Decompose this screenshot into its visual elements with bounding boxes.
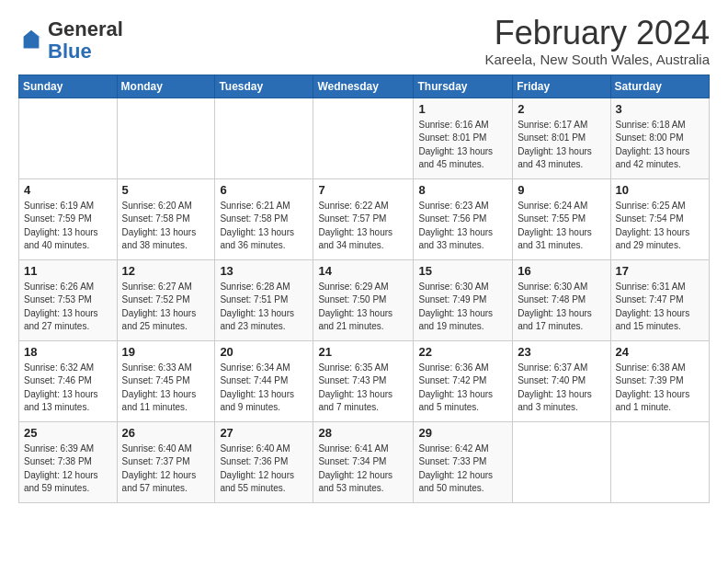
calendar-cell: 16Sunrise: 6:30 AMSunset: 7:48 PMDayligh… [513, 259, 610, 340]
day-info: Sunrise: 6:24 AMSunset: 7:55 PMDaylight:… [518, 200, 605, 253]
day-number: 26 [122, 426, 210, 440]
day-header-saturday: Saturday [610, 75, 709, 98]
header: General Blue February 2024 Kareela, New … [18, 15, 710, 67]
calendar-cell: 25Sunrise: 6:39 AMSunset: 7:38 PMDayligh… [19, 421, 118, 502]
day-number: 17 [616, 264, 704, 278]
day-number: 6 [220, 183, 308, 197]
calendar-cell: 19Sunrise: 6:33 AMSunset: 7:45 PMDayligh… [117, 340, 215, 421]
day-info: Sunrise: 6:42 AMSunset: 7:33 PMDaylight:… [418, 442, 507, 496]
day-info: Sunrise: 6:18 AMSunset: 8:00 PMDaylight:… [616, 119, 704, 172]
calendar-cell: 24Sunrise: 6:38 AMSunset: 7:39 PMDayligh… [610, 340, 709, 421]
day-number: 13 [220, 264, 308, 278]
day-info: Sunrise: 6:30 AMSunset: 7:48 PMDaylight:… [518, 281, 605, 334]
day-number: 29 [418, 426, 507, 440]
week-row-3: 18Sunrise: 6:32 AMSunset: 7:46 PMDayligh… [19, 340, 710, 421]
day-number: 12 [122, 264, 210, 278]
calendar-cell [19, 98, 118, 178]
calendar: SundayMondayTuesdayWednesdayThursdayFrid… [18, 75, 710, 503]
day-number: 27 [220, 426, 308, 440]
day-number: 5 [122, 183, 210, 197]
day-info: Sunrise: 6:41 AMSunset: 7:34 PMDaylight:… [318, 442, 408, 496]
day-info: Sunrise: 6:23 AMSunset: 7:56 PMDaylight:… [418, 200, 507, 253]
day-number: 19 [122, 345, 210, 359]
day-number: 11 [24, 264, 112, 278]
title-area: February 2024 Kareela, New South Wales, … [484, 15, 710, 67]
day-number: 2 [518, 102, 605, 116]
day-info: Sunrise: 6:17 AMSunset: 8:01 PMDaylight:… [518, 119, 605, 172]
calendar-body: 1Sunrise: 6:16 AMSunset: 8:01 PMDaylight… [19, 98, 710, 502]
month-title: February 2024 [484, 15, 710, 52]
calendar-header: SundayMondayTuesdayWednesdayThursdayFrid… [19, 75, 710, 98]
day-info: Sunrise: 6:20 AMSunset: 7:58 PMDaylight:… [122, 200, 210, 253]
day-number: 28 [318, 426, 408, 440]
day-number: 10 [616, 183, 704, 197]
day-info: Sunrise: 6:31 AMSunset: 7:47 PMDaylight:… [616, 281, 704, 334]
calendar-cell: 12Sunrise: 6:27 AMSunset: 7:52 PMDayligh… [117, 259, 215, 340]
day-info: Sunrise: 6:39 AMSunset: 7:38 PMDaylight:… [24, 442, 112, 496]
day-info: Sunrise: 6:22 AMSunset: 7:57 PMDaylight:… [318, 200, 408, 253]
day-header-sunday: Sunday [19, 75, 118, 98]
week-row-2: 11Sunrise: 6:26 AMSunset: 7:53 PMDayligh… [19, 259, 710, 340]
calendar-cell: 13Sunrise: 6:28 AMSunset: 7:51 PMDayligh… [215, 259, 313, 340]
calendar-cell: 27Sunrise: 6:40 AMSunset: 7:36 PMDayligh… [215, 421, 313, 502]
calendar-cell: 1Sunrise: 6:16 AMSunset: 8:01 PMDaylight… [414, 98, 513, 178]
calendar-cell: 22Sunrise: 6:36 AMSunset: 7:42 PMDayligh… [414, 340, 513, 421]
day-number: 9 [518, 183, 605, 197]
day-number: 21 [318, 345, 408, 359]
week-row-4: 25Sunrise: 6:39 AMSunset: 7:38 PMDayligh… [19, 421, 710, 502]
day-number: 18 [24, 345, 112, 359]
calendar-cell: 26Sunrise: 6:40 AMSunset: 7:37 PMDayligh… [117, 421, 215, 502]
day-header-friday: Friday [513, 75, 610, 98]
day-info: Sunrise: 6:35 AMSunset: 7:43 PMDaylight:… [318, 362, 408, 415]
logo-blue: Blue [48, 40, 92, 63]
day-info: Sunrise: 6:34 AMSunset: 7:44 PMDaylight:… [220, 362, 308, 415]
day-info: Sunrise: 6:33 AMSunset: 7:45 PMDaylight:… [122, 362, 210, 415]
calendar-cell: 9Sunrise: 6:24 AMSunset: 7:55 PMDaylight… [513, 178, 610, 259]
calendar-cell [215, 98, 313, 178]
logo-general: General [48, 17, 123, 40]
week-row-0: 1Sunrise: 6:16 AMSunset: 8:01 PMDaylight… [19, 98, 710, 178]
week-row-1: 4Sunrise: 6:19 AMSunset: 7:59 PMDaylight… [19, 178, 710, 259]
day-info: Sunrise: 6:38 AMSunset: 7:39 PMDaylight:… [616, 362, 704, 415]
calendar-cell: 6Sunrise: 6:21 AMSunset: 7:58 PMDaylight… [215, 178, 313, 259]
day-headers-row: SundayMondayTuesdayWednesdayThursdayFrid… [19, 75, 710, 98]
calendar-cell: 7Sunrise: 6:22 AMSunset: 7:57 PMDaylight… [313, 178, 414, 259]
day-number: 25 [24, 426, 112, 440]
day-info: Sunrise: 6:21 AMSunset: 7:58 PMDaylight:… [220, 200, 308, 253]
day-number: 20 [220, 345, 308, 359]
location-subtitle: Kareela, New South Wales, Australia [484, 52, 710, 67]
day-info: Sunrise: 6:16 AMSunset: 8:01 PMDaylight:… [418, 119, 507, 172]
calendar-cell: 8Sunrise: 6:23 AMSunset: 7:56 PMDaylight… [414, 178, 513, 259]
calendar-cell: 17Sunrise: 6:31 AMSunset: 7:47 PMDayligh… [610, 259, 709, 340]
calendar-cell [610, 421, 709, 502]
day-header-wednesday: Wednesday [313, 75, 414, 98]
day-number: 15 [418, 264, 507, 278]
day-header-thursday: Thursday [414, 75, 513, 98]
day-info: Sunrise: 6:27 AMSunset: 7:52 PMDaylight:… [122, 281, 210, 334]
calendar-cell [313, 98, 414, 178]
day-info: Sunrise: 6:29 AMSunset: 7:50 PMDaylight:… [318, 281, 408, 334]
calendar-cell: 11Sunrise: 6:26 AMSunset: 7:53 PMDayligh… [19, 259, 118, 340]
logo: General Blue [18, 18, 123, 63]
calendar-cell [117, 98, 215, 178]
day-info: Sunrise: 6:28 AMSunset: 7:51 PMDaylight:… [220, 281, 308, 334]
svg-marker-0 [24, 30, 40, 49]
day-info: Sunrise: 6:36 AMSunset: 7:42 PMDaylight:… [418, 362, 507, 415]
calendar-cell: 28Sunrise: 6:41 AMSunset: 7:34 PMDayligh… [313, 421, 414, 502]
day-info: Sunrise: 6:32 AMSunset: 7:46 PMDaylight:… [24, 362, 112, 415]
logo-icon [18, 28, 44, 53]
day-number: 1 [418, 102, 507, 116]
day-number: 23 [518, 345, 605, 359]
day-info: Sunrise: 6:25 AMSunset: 7:54 PMDaylight:… [616, 200, 704, 253]
day-number: 4 [24, 183, 112, 197]
day-info: Sunrise: 6:26 AMSunset: 7:53 PMDaylight:… [24, 281, 112, 334]
day-number: 14 [318, 264, 408, 278]
calendar-cell: 10Sunrise: 6:25 AMSunset: 7:54 PMDayligh… [610, 178, 709, 259]
day-header-tuesday: Tuesday [215, 75, 313, 98]
day-info: Sunrise: 6:19 AMSunset: 7:59 PMDaylight:… [24, 200, 112, 253]
day-number: 3 [616, 102, 704, 116]
calendar-cell: 14Sunrise: 6:29 AMSunset: 7:50 PMDayligh… [313, 259, 414, 340]
day-number: 7 [318, 183, 408, 197]
day-info: Sunrise: 6:37 AMSunset: 7:40 PMDaylight:… [518, 362, 605, 415]
calendar-cell: 15Sunrise: 6:30 AMSunset: 7:49 PMDayligh… [414, 259, 513, 340]
